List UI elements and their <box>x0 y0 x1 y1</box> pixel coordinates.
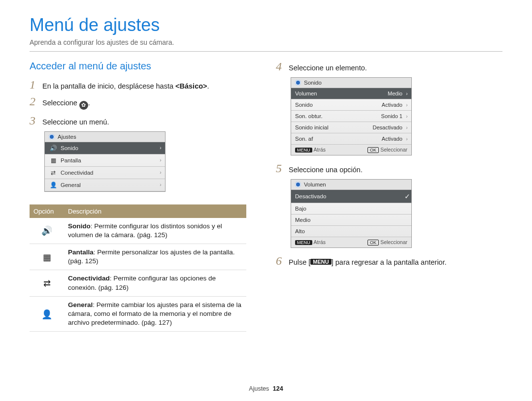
chevron-right-icon: › <box>157 170 164 175</box>
menu-item-af[interactable]: Son. af Activado › <box>291 133 411 145</box>
camera-screen-sound: Sonido Volumen Medio › Sonido Activado ›… <box>291 77 412 155</box>
options-table: Opción Descripción 🔊 Sonido: Permite con… <box>30 204 246 332</box>
menu-item-connectivity[interactable]: ⇄ Conectividad › <box>45 167 165 179</box>
chevron-right-icon: › <box>157 145 164 151</box>
step-text-2: Seleccione ✿. <box>42 99 256 110</box>
chevron-right-icon: › <box>403 125 410 130</box>
page-footer: Ajustes 124 <box>0 385 532 392</box>
menu-button-label: MENU <box>310 259 331 265</box>
display-icon: ▦ <box>43 251 51 263</box>
menu-item-display[interactable]: ▦ Pantalla › <box>45 154 165 167</box>
table-row: 👤 General: Permite cambiar los ajustes p… <box>30 296 246 332</box>
select-hint: OKSeleccionar <box>367 239 407 246</box>
select-hint: OKSeleccionar <box>367 147 407 153</box>
table-row: ⇄ Conectividad: Permite configurar las o… <box>30 270 246 296</box>
display-icon: ▦ <box>49 157 58 164</box>
camera-screen-volume: Volumen Desactivado ✓ Bajo Medio Alto ME… <box>291 179 412 248</box>
connect-icon: ⇄ <box>49 169 58 176</box>
menu-item-sound[interactable]: 🔊 Sonido › <box>45 142 165 154</box>
sound-icon: 🔊 <box>49 145 58 152</box>
sound-icon: 🔊 <box>41 225 52 237</box>
column-left: Acceder al menú de ajustes 1 En la panta… <box>30 61 256 332</box>
divider <box>30 51 502 52</box>
menu-item-volume[interactable]: Volumen Medio › <box>291 88 411 99</box>
chevron-right-icon: › <box>157 182 164 187</box>
menu-item-general[interactable]: 👤 General › <box>45 179 165 191</box>
general-icon: 👤 <box>41 308 52 320</box>
step-text-4: Seleccione un elemento. <box>289 64 502 72</box>
step-text-5: Seleccione una opción. <box>289 166 502 174</box>
chevron-right-icon: › <box>403 114 410 119</box>
back-hint: MENUAtrás <box>295 147 326 153</box>
menu-item-sound[interactable]: Sonido Activado › <box>291 99 411 111</box>
settings-icon <box>295 182 301 187</box>
page-title: Menú de ajustes <box>30 15 502 35</box>
option-off[interactable]: Desactivado ✓ <box>291 190 411 203</box>
camera-screen-menu: Ajustes 🔊 Sonido › ▦ Pantalla › ⇄ Conect… <box>44 131 166 192</box>
settings-icon <box>295 80 301 86</box>
step-number-3: 3 <box>30 115 42 126</box>
col-header-description: Descripción <box>64 204 246 218</box>
chevron-right-icon: › <box>403 91 410 96</box>
check-icon: ✓ <box>404 192 410 200</box>
step-text-1: En la pantalla de inicio, desplácese has… <box>42 82 256 90</box>
table-row: 🔊 Sonido: Permite configurar los distint… <box>30 218 246 244</box>
general-icon: 👤 <box>49 182 58 188</box>
screen-title: Volumen <box>304 182 326 187</box>
gear-icon: ✿ <box>79 101 88 110</box>
option-high[interactable]: Alto <box>291 226 411 237</box>
menu-item-startup[interactable]: Sonido inicial Desactivado › <box>291 122 411 133</box>
step-text-3: Seleccione un menú. <box>42 118 256 126</box>
col-header-option: Opción <box>30 204 64 218</box>
back-hint: MENUAtrás <box>295 239 326 246</box>
chevron-right-icon: › <box>403 102 410 108</box>
connect-icon: ⇄ <box>43 278 51 289</box>
screen-title: Sonido <box>304 80 322 86</box>
step-number-4: 4 <box>276 61 289 72</box>
step-number-2: 2 <box>30 95 42 107</box>
option-low[interactable]: Bajo <box>291 203 411 215</box>
section-heading: Acceder al menú de ajustes <box>30 61 256 72</box>
chevron-right-icon: › <box>403 136 410 142</box>
step-number-5: 5 <box>276 162 289 174</box>
settings-icon <box>49 134 55 140</box>
page-subtitle: Aprenda a configurar los ajustes de su c… <box>30 38 502 46</box>
chevron-right-icon: › <box>157 157 164 163</box>
column-right: 4 Seleccione un elemento. Sonido Volumen… <box>276 61 502 332</box>
screen-title: Ajustes <box>58 134 76 140</box>
step-number-6: 6 <box>276 255 289 267</box>
option-medium[interactable]: Medio <box>291 215 411 226</box>
table-row: ▦ Pantalla: Permite personalizar los aju… <box>30 244 246 270</box>
menu-item-shutter[interactable]: Son. obtur. Sonido 1 › <box>291 111 411 122</box>
step-number-1: 1 <box>30 79 42 91</box>
step-text-6: Pulse [MENU] para regresar a la pantalla… <box>289 258 502 266</box>
